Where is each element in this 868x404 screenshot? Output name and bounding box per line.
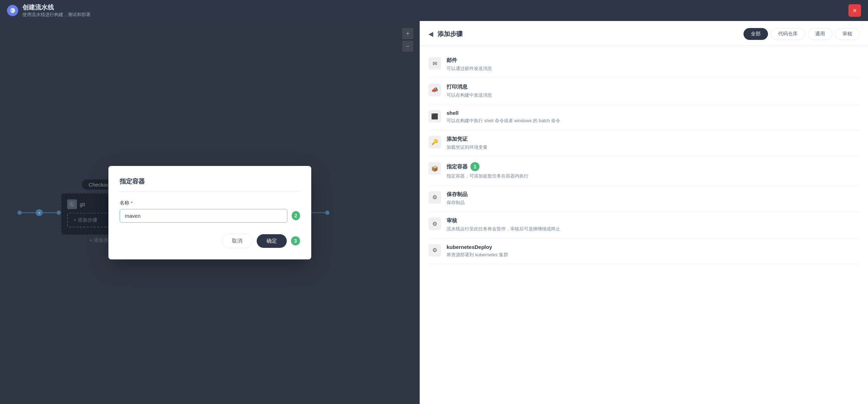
step-info: kubernetesDeploy 将资源部署到 kubernetes 集群: [447, 244, 860, 258]
step-k8s[interactable]: ⚙ kubernetesDeploy 将资源部署到 kubernetes 集群: [428, 238, 860, 264]
right-panel: ◀ 添加步骤 全部 代码仓库 通用 审核 ✉ 邮件 可以通过邮件发送消息 📣 打…: [420, 21, 868, 404]
step-desc: 将资源部署到 kubernetes 集群: [447, 251, 860, 258]
confirm-badge: 3: [291, 236, 300, 245]
logo: P: [7, 5, 18, 16]
step-name: 保存制品: [447, 191, 860, 198]
header: P 创建流水线 使用流水线进行构建，测试和部署 ×: [0, 0, 868, 21]
step-credentials[interactable]: 🔑 添加凭证 加载凭证到环境变量: [428, 130, 860, 157]
step-list: ✉ 邮件 可以通过邮件发送消息 📣 打印消息 可以在构建中发送消息 ⬛ shel…: [420, 46, 868, 404]
panel-title: 添加步骤: [437, 30, 463, 38]
form-label-name: 名称 *: [120, 200, 300, 206]
tab-repo[interactable]: 代码仓库: [771, 28, 805, 40]
step-name: kubernetesDeploy: [447, 244, 860, 250]
svg-text:P: P: [10, 9, 13, 13]
step-container[interactable]: 📦 指定容器 1 指定容器，可添加嵌套任务在容器内执行: [428, 156, 860, 186]
credentials-icon: 🔑: [428, 136, 441, 148]
confirm-button[interactable]: 确定: [257, 234, 287, 248]
k8s-icon: ⚙: [428, 244, 441, 257]
step-shell[interactable]: ⬛ shell 可以在构建中执行 shell 命令或者 windows 的 ba…: [428, 104, 860, 130]
step-name: 添加凭证: [447, 136, 860, 142]
shell-icon: ⬛: [428, 110, 441, 123]
page-title: 创建流水线: [22, 3, 91, 12]
container-name-input[interactable]: [120, 209, 287, 223]
step-info: 指定容器 1 指定容器，可添加嵌套任务在容器内执行: [447, 162, 860, 180]
step-desc: 保存制品: [447, 199, 860, 206]
step-desc: 流水线运行至此任务将会暂停，审核后可选择继续或终止: [447, 225, 860, 232]
cancel-button[interactable]: 取消: [222, 234, 252, 248]
step-info: 审核 流水线运行至此任务将会暂停，审核后可选择继续或终止: [447, 217, 860, 232]
step-desc: 可以在构建中执行 shell 命令或者 windows 的 batch 命令: [447, 117, 860, 124]
step-name: 审核: [447, 217, 860, 224]
panel-back-button[interactable]: ◀: [428, 30, 433, 38]
artifact-icon: ⚙: [428, 191, 441, 204]
email-icon: ✉: [428, 57, 441, 70]
container-badge: 1: [470, 162, 479, 171]
tab-review[interactable]: 审核: [835, 28, 860, 40]
step-artifact[interactable]: ⚙ 保存制品 保存制品: [428, 186, 860, 212]
step-email[interactable]: ✉ 邮件 可以通过邮件发送消息: [428, 51, 860, 78]
print-icon: 📣: [428, 84, 441, 96]
form-group-name: 名称 * 2: [120, 200, 300, 223]
modal-title: 指定容器: [120, 177, 300, 191]
step-desc: 加载凭证到环境变量: [447, 144, 860, 151]
step-audit[interactable]: ⚙ 审核 流水线运行至此任务将会暂停，审核后可选择继续或终止: [428, 212, 860, 238]
audit-icon: ⚙: [428, 217, 441, 230]
tab-group: 全部 代码仓库 通用 审核: [744, 28, 860, 40]
tab-all[interactable]: 全部: [744, 28, 768, 40]
container-icon: 📦: [428, 162, 441, 175]
page-subtitle: 使用流水线进行构建，测试和部署: [22, 12, 91, 18]
modal-dialog: 指定容器 名称 * 2 取消 确定 3: [108, 166, 311, 259]
step-info: shell 可以在构建中执行 shell 命令或者 windows 的 batc…: [447, 110, 860, 124]
input-badge: 2: [292, 211, 300, 220]
step-name: 打印消息: [447, 84, 860, 90]
step-info: 打印消息 可以在构建中发送消息: [447, 84, 860, 99]
step-desc: 可以通过邮件发送消息: [447, 65, 860, 72]
step-name: shell: [447, 110, 860, 116]
step-info: 保存制品 保存制品: [447, 191, 860, 206]
modal-footer: 取消 确定 3: [120, 234, 300, 248]
required-mark: *: [131, 200, 133, 206]
step-name: 指定容器 1: [447, 162, 860, 171]
panel-header: ◀ 添加步骤 全部 代码仓库 通用 审核: [420, 21, 868, 46]
step-desc: 指定容器，可添加嵌套任务在容器内执行: [447, 173, 860, 180]
tab-general[interactable]: 通用: [808, 28, 832, 40]
close-button[interactable]: ×: [848, 4, 861, 17]
step-print[interactable]: 📣 打印消息 可以在构建中发送消息: [428, 78, 860, 105]
step-info: 添加凭证 加载凭证到环境变量: [447, 136, 860, 151]
step-desc: 可以在构建中发送消息: [447, 92, 860, 99]
title-group: 创建流水线 使用流水线进行构建，测试和部署: [22, 3, 91, 18]
step-name: 邮件: [447, 57, 860, 64]
step-info: 邮件 可以通过邮件发送消息: [447, 57, 860, 72]
modal-overlay: 指定容器 名称 * 2 取消 确定 3: [0, 21, 420, 404]
